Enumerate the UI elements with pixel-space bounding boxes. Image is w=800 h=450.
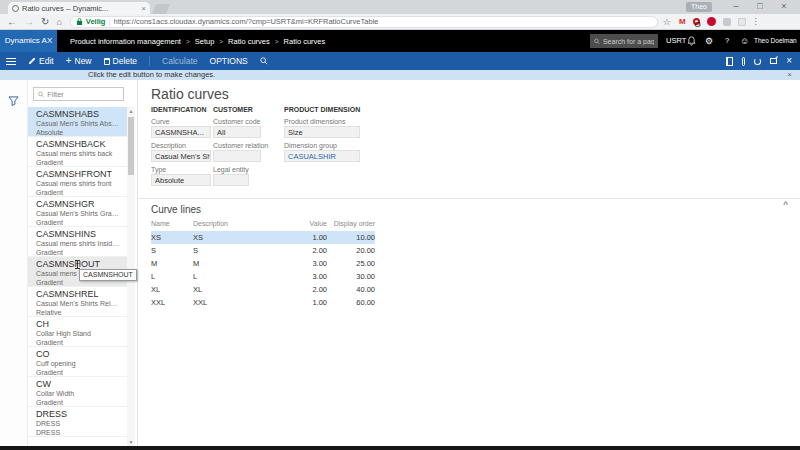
message-bar-close-icon[interactable]: × — [787, 70, 792, 80]
browser-extension-icon[interactable] — [707, 17, 716, 26]
extension-row: MO — [679, 17, 746, 26]
sidebar-item[interactable]: CW Collar Width Gradient — [28, 377, 127, 407]
window-maximize-button[interactable]: □ — [748, 0, 772, 13]
breadcrumb-item[interactable]: Setup — [195, 37, 215, 46]
curve-line-row[interactable]: XXL XXL 1.00 60.00 — [151, 296, 375, 309]
sidebar-item[interactable]: CASMNSHABS Casual Men's Shirts Absolut A… — [28, 107, 127, 137]
curve-lines-header: Name Description Value Display order — [151, 220, 375, 227]
action-button[interactable]: New — [66, 56, 92, 66]
browser-extension-icon[interactable]: M — [679, 17, 686, 26]
url-text[interactable]: https://cons1acs.cloudax.dynamics.com/?c… — [114, 17, 379, 26]
form-field: Type Absolute — [151, 166, 211, 186]
action-button[interactable]: Calculate — [149, 56, 197, 66]
sidebar-item[interactable]: CO Cuff opening Gradient — [28, 347, 127, 377]
back-icon[interactable]: ← — [7, 14, 17, 30]
company-badge[interactable]: USRT — [666, 30, 686, 52]
customer-fields: Customer code All Customer relation Lega… — [213, 118, 268, 186]
sidebar-item-id: CASMNSHGR — [36, 199, 121, 210]
breadcrumb-item[interactable]: Ratio curves — [284, 37, 326, 46]
scroll-up-icon[interactable]: ▲ — [127, 108, 135, 114]
sidebar-item-description: Casual Men's Shirts Absolut — [36, 120, 121, 129]
field-value[interactable]: Absolute — [151, 174, 211, 186]
collapse-caret-icon[interactable]: ^ — [783, 200, 788, 209]
form-field: Description Casual Men's Shirts ... — [151, 142, 211, 162]
window-close-button[interactable]: × — [772, 0, 796, 13]
form-field: Customer code All — [213, 118, 268, 138]
window-minimize-button[interactable]: – — [724, 0, 748, 13]
curve-line-row[interactable]: XS XS 1.00 10.00 — [151, 231, 375, 244]
bookmark-star-icon[interactable]: ☆ — [663, 17, 671, 27]
reload-icon[interactable]: ↻ — [41, 14, 49, 30]
form-field: Curve CASMNSHA... — [151, 118, 211, 138]
field-value[interactable] — [213, 174, 249, 186]
filter-funnel-icon[interactable] — [8, 92, 19, 110]
browser-tab[interactable]: Ratio curves -- Dynamic... × — [8, 2, 150, 14]
address-bar[interactable]: Veilig | https://cons1acs.cloudax.dynami… — [70, 16, 658, 28]
browser-menu-icon[interactable]: ⋮ — [752, 17, 760, 26]
field-value[interactable]: CASUALSHIR — [284, 150, 360, 162]
column-header-value[interactable]: Value — [277, 220, 327, 227]
toolbar-search-icon[interactable] — [260, 57, 268, 65]
field-label: Type — [151, 166, 211, 173]
column-header-display-order[interactable]: Display order — [327, 220, 375, 227]
help-icon[interactable]: ? — [725, 30, 729, 52]
hamburger-menu-icon[interactable] — [6, 58, 16, 65]
breadcrumb-item[interactable]: Ratio curves — [228, 37, 270, 46]
column-header-description[interactable]: Description — [193, 220, 277, 227]
sidebar-filter-input[interactable] — [47, 90, 119, 99]
attachments-icon[interactable] — [742, 57, 745, 66]
forward-icon[interactable]: → — [24, 14, 34, 30]
action-button-label: Delete — [113, 56, 138, 66]
security-label[interactable]: Veilig — [86, 17, 106, 26]
scrollbar-thumb[interactable] — [128, 117, 134, 175]
browser-extension-icon[interactable] — [723, 18, 731, 26]
sidebar-filter-box[interactable] — [33, 87, 124, 101]
close-pane-icon[interactable]: × — [786, 52, 792, 70]
new-tab-button[interactable] — [152, 4, 170, 14]
dynamics-logo[interactable]: Dynamics AX — [0, 30, 57, 52]
action-button[interactable]: Edit — [28, 56, 54, 66]
column-header-name[interactable]: Name — [151, 220, 193, 227]
hover-tooltip: CASMNSHOUT — [79, 269, 137, 281]
cell-display-order: 30.00 — [327, 270, 375, 283]
notifications-bell-icon[interactable] — [687, 36, 696, 48]
sidebar-item[interactable]: DRESS DRESS DRESS — [28, 407, 127, 437]
curve-line-row[interactable]: M M 3.00 25.00 — [151, 257, 375, 270]
form-field: Customer relation — [213, 142, 268, 162]
action-button[interactable]: Delete — [104, 56, 138, 66]
sidebar-item[interactable]: CASMNSHINS Casual mens shirts Inside... … — [28, 227, 127, 257]
curve-line-row[interactable]: L L 3.00 30.00 — [151, 270, 375, 283]
scroll-down-icon[interactable]: ▼ — [127, 439, 135, 445]
refresh-icon[interactable] — [754, 58, 761, 65]
field-value[interactable] — [213, 150, 261, 162]
breadcrumb-item[interactable]: Product information management — [70, 37, 181, 46]
sidebar-item[interactable]: CASMNSHBACK Casual mens shirts back Grad… — [28, 137, 127, 167]
curve-line-row[interactable]: S S 2.00 20.00 — [151, 244, 375, 257]
text-cursor — [77, 260, 78, 269]
feedback-smiley-icon[interactable]: ☺ — [740, 30, 749, 52]
action-button[interactable]: OPTIONS — [210, 56, 248, 66]
user-name[interactable]: Theo Doelman — [754, 30, 797, 52]
sidebar-item[interactable]: CASMNSHFRONT Casual mens shirts front Gr… — [28, 167, 127, 197]
browser-extension-icon[interactable] — [738, 18, 746, 26]
browser-extension-icon[interactable]: O — [693, 18, 700, 25]
settings-gear-icon[interactable]: ⚙ — [705, 30, 713, 52]
page-search-input[interactable] — [603, 38, 654, 45]
tab-close-icon[interactable]: × — [141, 4, 146, 13]
popout-icon[interactable] — [770, 58, 777, 64]
sidebar-item[interactable]: CASMNSHREL Casual Men's Shirts Relati...… — [28, 287, 127, 317]
profile-badge[interactable]: Theo — [686, 2, 712, 12]
sidebar-item[interactable]: CH Collar High Stand Gradient — [28, 317, 127, 347]
field-value[interactable]: Size — [284, 126, 360, 138]
sidebar-item-description: Casual mens shirts Inside... — [36, 240, 121, 249]
sidebar-item[interactable]: CASMNSHGR Casual Men's Shirts Gradi... G… — [28, 197, 127, 227]
field-value[interactable]: CASMNSHA... — [151, 126, 211, 138]
open-in-office-icon[interactable] — [726, 57, 733, 66]
field-value[interactable]: All — [213, 126, 261, 138]
field-value[interactable]: Casual Men's Shirts ... — [151, 150, 211, 162]
action-button-label: OPTIONS — [210, 56, 248, 66]
home-icon[interactable]: ⌂ — [56, 14, 61, 30]
form-field: Dimension group CASUALSHIR — [284, 142, 360, 162]
curve-line-row[interactable]: XL XL 2.00 40.00 — [151, 283, 375, 296]
page-search-box[interactable] — [590, 34, 658, 48]
